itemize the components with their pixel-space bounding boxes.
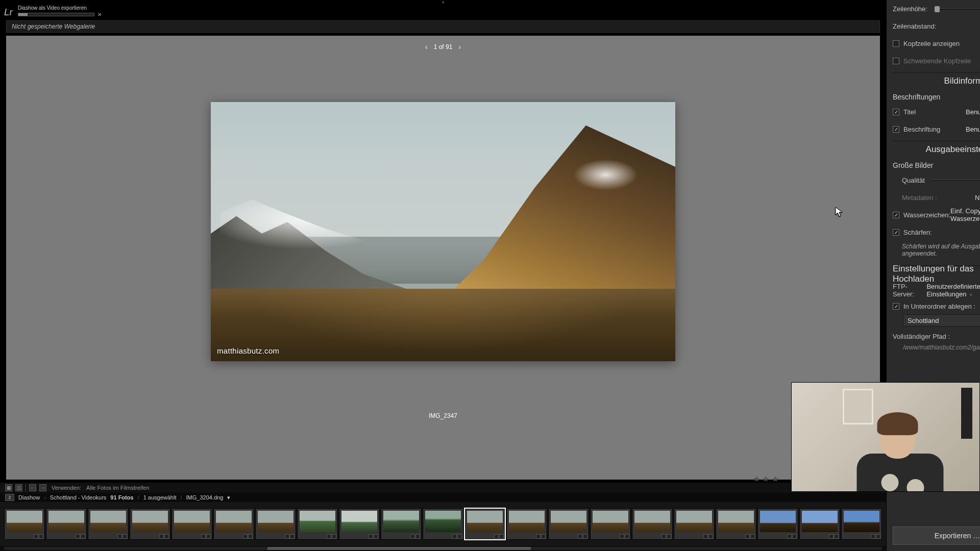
nav-back-icon[interactable]: ← <box>29 484 36 491</box>
gallery-title-bar: Nicht gespeicherte Webgalerie <box>6 20 880 33</box>
row-height-label: Zeilenhöhe: <box>893 5 927 13</box>
thumbnail[interactable] <box>464 508 505 540</box>
watermark-dropdown[interactable]: Einf. Copyright-Wasserzeichen <box>950 207 980 222</box>
quality-slider[interactable]: 80 <box>931 177 980 184</box>
title-dropdown[interactable]: Benutzerdefiniert <box>966 108 980 116</box>
export-cancel-icon[interactable]: ✕ <box>97 12 102 17</box>
sharpen-checkbox[interactable] <box>893 229 899 236</box>
app-logo: Lr <box>4 7 13 18</box>
metadata-label: Metadaten : <box>902 194 937 202</box>
crumb-collection[interactable]: Schottland - Videokurs <box>50 494 106 500</box>
thumbnail[interactable] <box>757 508 798 540</box>
quality-label: Qualität <box>902 177 925 184</box>
section-image-info[interactable]: Bildinformationen▼ <box>893 72 980 89</box>
thumbnail[interactable] <box>841 508 882 540</box>
thumbnail[interactable] <box>88 508 129 540</box>
thumbnail[interactable] <box>590 508 631 540</box>
caption-label: Beschriftung <box>903 126 940 133</box>
thumbnail[interactable] <box>255 508 296 540</box>
subfolder-label: In Unterordner ablegen : <box>903 303 975 310</box>
caption-dropdown[interactable]: Benutzerdefiniert <box>966 126 980 133</box>
crumb-module[interactable]: Diashow <box>18 494 40 500</box>
section-upload-settings[interactable]: Einstellungen für das Hochladen▼ <box>893 265 980 282</box>
nav-fwd-icon[interactable]: → <box>39 484 46 491</box>
floating-header-label: Schwebende Kopfzeile <box>903 57 971 65</box>
thumbnail[interactable] <box>172 508 212 540</box>
title-label: Titel <box>903 108 916 116</box>
thumbnail[interactable] <box>213 508 254 540</box>
rating-stars[interactable]: ★ ★ ★ <box>753 474 779 484</box>
filmstrip[interactable] <box>0 502 886 546</box>
filmstrip-scrollbar[interactable] <box>4 547 882 550</box>
preview-photo[interactable]: matthiasbutz.com <box>211 102 675 361</box>
thumbnail[interactable] <box>674 508 715 540</box>
show-header-checkbox[interactable] <box>893 40 899 47</box>
webcam-overlay <box>791 382 980 492</box>
watermark-label: Wasserzeichen: <box>903 211 950 219</box>
thumbnail[interactable] <box>799 508 840 540</box>
thumbnail[interactable] <box>46 508 87 540</box>
photo-count: 91 Fotos <box>110 494 133 500</box>
second-monitor-icon[interactable]: 2 <box>5 494 14 501</box>
next-page-icon[interactable]: › <box>458 43 461 51</box>
thumbnail[interactable] <box>339 508 380 540</box>
sharpen-label: Schärfen: <box>903 229 932 236</box>
thumbnail[interactable] <box>632 508 673 540</box>
page-indicator: 1 of 91 <box>434 43 453 51</box>
image-caption: IMG_2347 <box>429 412 457 419</box>
fullpath-label: Vollständiger Pfad : <box>893 333 950 340</box>
thumbnail[interactable] <box>506 508 547 540</box>
filmstrip-filter-value[interactable]: Alle Fotos im Filmstreifen <box>86 485 149 491</box>
sharpen-note: Schärfen wird auf die Ausgabe angewendet… <box>893 241 980 262</box>
preview-area: ‹ 1 of 91 › matthiasbutz.com IMG_2347 <box>6 36 880 480</box>
title-checkbox[interactable] <box>893 109 899 115</box>
watermark-text: matthiasbutz.com <box>217 346 279 355</box>
prev-page-icon[interactable]: ‹ <box>425 43 428 51</box>
watermark-checkbox[interactable] <box>893 212 899 218</box>
show-header-label: Kopfzeile anzeigen <box>903 40 960 47</box>
large-images-subhead: Große Bilder <box>893 161 980 169</box>
ftp-label: FTP-Server: <box>893 283 926 298</box>
thumbnail[interactable] <box>381 508 422 540</box>
captions-subhead: Beschriftungen <box>893 93 980 101</box>
floating-header-checkbox <box>893 58 899 64</box>
metadata-dropdown[interactable]: Nur Copyright <box>975 194 980 202</box>
section-output-settings[interactable]: Ausgabeeinstellungen▼ <box>893 141 980 157</box>
thumbnail[interactable] <box>716 508 756 540</box>
thumbnail[interactable] <box>423 508 463 540</box>
filmstrip-toolbar: ▦ ◫ ← → Verwenden: Alle Fotos im Filmstr… <box>0 483 886 493</box>
thumbnail[interactable] <box>130 508 170 540</box>
subfolder-input[interactable]: Schottland <box>903 314 980 327</box>
row-spacing-label: Zeilenabstand: <box>893 22 936 30</box>
thumbnail[interactable] <box>4 508 45 540</box>
caption-checkbox[interactable] <box>893 126 899 133</box>
breadcrumb: 2 Diashow› Schottland - Videokurs 91 Fot… <box>0 493 886 502</box>
row-height-slider[interactable]: 100 <box>934 5 980 13</box>
ftp-dropdown[interactable]: Benutzerdefinierte Einstellungen <box>926 283 980 298</box>
export-task-title: Diashow als Video exportieren <box>18 5 102 11</box>
selected-count: 1 ausgewählt <box>143 494 177 500</box>
current-filename: IMG_3204.dng <box>186 494 224 500</box>
export-button[interactable]: Exportieren … <box>893 527 980 545</box>
export-progress <box>18 13 94 16</box>
thumbnail[interactable] <box>548 508 589 540</box>
crumb-dropdown-icon[interactable]: ▾ <box>227 494 230 501</box>
subfolder-checkbox[interactable] <box>893 303 899 310</box>
compare-view-icon[interactable]: ◫ <box>15 484 22 491</box>
grid-view-icon[interactable]: ▦ <box>5 484 12 491</box>
filmstrip-use-label: Verwenden: <box>52 485 81 491</box>
thumbnail[interactable] <box>297 508 338 540</box>
fullpath-value: /www/matthiasbutz.com2/galerie/Schottlan… <box>893 342 980 358</box>
